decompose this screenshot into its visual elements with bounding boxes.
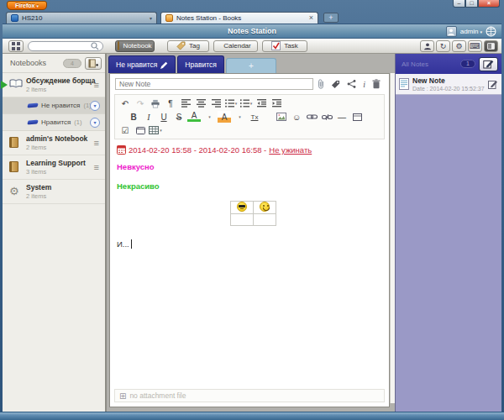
note-list-item[interactable]: New Note Date : 2014-02-20 15:52:37: [396, 74, 501, 95]
user-admin-button[interactable]: [420, 40, 434, 52]
edit-note-icon[interactable]: [488, 79, 498, 89]
add-section-tab[interactable]: +: [226, 58, 276, 73]
notebook-name: System: [26, 183, 102, 192]
nav-task-button[interactable]: Task: [262, 40, 307, 52]
add-attachment-icon[interactable]: ⊞: [119, 391, 126, 401]
notebook-menu-icon[interactable]: ≡: [94, 162, 99, 172]
insert-window-icon[interactable]: [134, 124, 147, 136]
panel-layout-icon: [487, 43, 495, 50]
nav-calendar-button[interactable]: Calendar: [213, 40, 258, 52]
browser-tab-hs210[interactable]: HS210 ▾: [6, 12, 157, 24]
sidebar-section-ne-nravitsya[interactable]: Не нравится (1) ▾: [3, 97, 105, 114]
align-left-icon[interactable]: [179, 97, 192, 109]
section-name: Не нравится: [41, 102, 80, 109]
redo-icon[interactable]: ↷: [134, 97, 147, 109]
trash-icon[interactable]: [372, 79, 381, 89]
apps-globe-icon[interactable]: [486, 26, 496, 37]
nav-tag-button[interactable]: Tag: [167, 40, 209, 52]
clear-format-button[interactable]: Tx: [248, 111, 261, 123]
sidebar-section-nravitsya[interactable]: Нравится (1) ▾: [3, 114, 105, 131]
notes-panel-title: All Notes: [402, 60, 457, 68]
section-expand-button[interactable]: ▾: [90, 101, 100, 111]
horizontal-rule-icon[interactable]: —: [335, 111, 349, 123]
sidebar-item-admins-notebook[interactable]: admin's Notebook 2 items ≡: [3, 131, 105, 155]
table-cell[interactable]: [254, 202, 276, 214]
emoticon-icon[interactable]: ☺: [290, 111, 303, 123]
font-color-caret[interactable]: ▾: [202, 111, 216, 123]
browser-titlebar: Firefox ▾ – □ ×: [0, 0, 504, 11]
tab-label: Нравится: [185, 60, 217, 69]
app-header: Notes Station admin ▾: [3, 24, 501, 39]
insert-frame-icon[interactable]: [350, 111, 364, 123]
bullet-list-icon[interactable]: ▾: [224, 97, 238, 109]
numbered-list-icon[interactable]: ▾: [239, 97, 253, 109]
search-input[interactable]: [32, 42, 91, 50]
typed-text: И...: [117, 239, 129, 249]
strikethrough-button[interactable]: S: [172, 111, 186, 123]
underline-button[interactable]: U: [157, 111, 171, 123]
indent-icon[interactable]: [270, 97, 283, 109]
close-button[interactable]: ×: [478, 0, 500, 8]
todo-checkbox-icon[interactable]: ☑: [118, 124, 132, 136]
add-notebook-icon: [88, 59, 98, 68]
align-right-icon[interactable]: [209, 97, 223, 109]
search-box[interactable]: [28, 41, 103, 51]
font-color-button[interactable]: A: [187, 112, 201, 122]
event-link[interactable]: Не ужинать: [269, 145, 312, 155]
note-table[interactable]: [230, 201, 276, 226]
browser-tab-notes-station[interactable]: Notes Station - Books ×: [160, 12, 318, 24]
chevron-down-icon[interactable]: ▾: [150, 15, 152, 21]
refresh-button[interactable]: ↻: [436, 40, 450, 52]
nav-notebook-button[interactable]: Notebook: [115, 40, 155, 52]
sidebar-item-learning-support[interactable]: Learning Support 3 items ≡: [3, 155, 105, 180]
notebook-icon: [118, 41, 119, 50]
highlight-color-button[interactable]: A: [218, 111, 231, 123]
edit-pencil-icon[interactable]: [160, 61, 168, 69]
attachment-paperclip-icon[interactable]: [318, 79, 324, 89]
minimize-button[interactable]: –: [453, 0, 465, 8]
remove-link-icon[interactable]: [320, 111, 333, 123]
grid-icon: [12, 42, 20, 50]
bold-button[interactable]: B: [127, 111, 140, 123]
new-tab-button[interactable]: +: [323, 13, 339, 23]
sidebar-item-system[interactable]: ⚙ System 2 items: [3, 180, 105, 204]
tag-icon[interactable]: [331, 80, 340, 89]
table-cell[interactable]: [254, 214, 276, 226]
avatar[interactable]: [446, 26, 457, 37]
table-cell[interactable]: [231, 214, 254, 226]
outdent-icon[interactable]: [255, 97, 268, 109]
tab-ne-nravitsya[interactable]: Не нравится: [108, 55, 176, 73]
keyboard-button[interactable]: ⌨: [468, 40, 482, 52]
section-expand-button[interactable]: ▾: [90, 118, 100, 128]
user-menu[interactable]: admin ▾: [460, 28, 482, 35]
note-content[interactable]: 2014-02-20 15:58 - 2014-02-20 16:58 - Не…: [110, 141, 389, 389]
attachment-bar[interactable]: ⊞ no attachment file: [114, 389, 385, 402]
paragraph-icon[interactable]: ¶: [164, 97, 177, 109]
notebook-menu-icon[interactable]: ≡: [94, 80, 99, 90]
italic-button[interactable]: I: [142, 111, 155, 123]
add-notebook-button[interactable]: [85, 57, 102, 70]
tab-nravitsya[interactable]: Нравится: [177, 55, 224, 73]
notebook-menu-icon[interactable]: ≡: [94, 138, 99, 148]
print-icon[interactable]: [149, 97, 162, 109]
share-icon[interactable]: [347, 80, 356, 88]
new-note-button[interactable]: [479, 57, 498, 71]
layout-toggle-button[interactable]: [484, 40, 498, 52]
info-icon[interactable]: i: [363, 80, 365, 89]
nav-label: Notebook: [123, 42, 151, 50]
tab-close-icon[interactable]: ×: [309, 14, 313, 22]
notes-count-badge: 1: [460, 60, 475, 68]
insert-image-icon[interactable]: [275, 111, 288, 123]
sidebar-item-borscht-notebook[interactable]: Обсуждение борща 2 items ≡: [3, 73, 105, 97]
firefox-menu-button[interactable]: Firefox ▾: [7, 1, 47, 10]
table-cell[interactable]: [231, 202, 254, 214]
maximize-button[interactable]: □: [465, 0, 478, 8]
undo-icon[interactable]: ↶: [118, 97, 132, 109]
view-grid-button[interactable]: [8, 40, 24, 52]
align-center-icon[interactable]: [194, 97, 207, 109]
highlight-caret[interactable]: ▾: [233, 111, 246, 123]
insert-table-icon[interactable]: ▾: [149, 124, 162, 136]
note-title-input[interactable]: [115, 78, 313, 90]
insert-link-icon[interactable]: [305, 111, 318, 123]
settings-button[interactable]: ⚙: [452, 40, 466, 52]
